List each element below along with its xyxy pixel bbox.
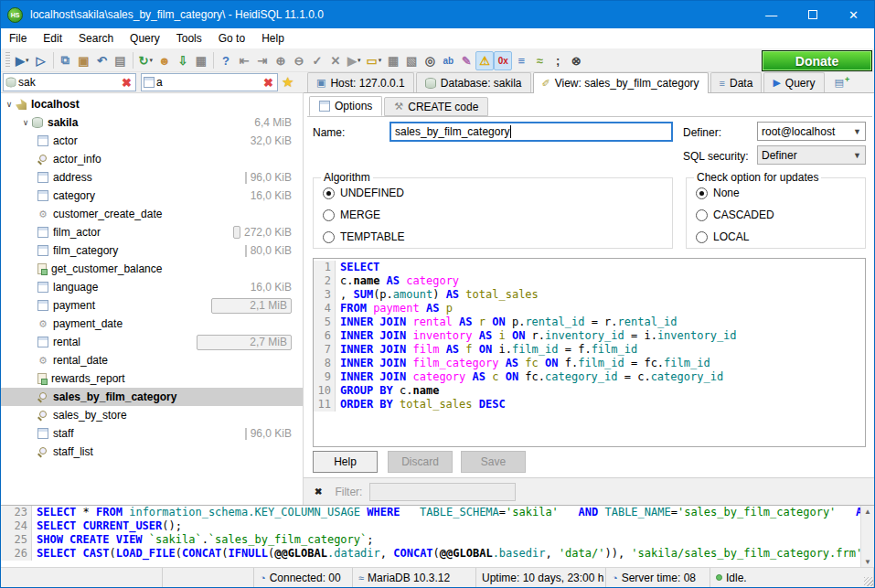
definer-select[interactable]: root@localhost ▼ — [757, 122, 866, 141]
reformat-sql-button[interactable]: ✎ — [457, 51, 475, 70]
subtab-create-code[interactable]: ⚒CREATE code — [384, 97, 488, 116]
tree-item-film_category[interactable]: film_category80,0 KiB — [1, 241, 303, 260]
session-manager-button[interactable]: ▶▾ — [13, 51, 32, 70]
refresh-button[interactable]: ↻▾ — [136, 51, 155, 70]
favorites-star-icon[interactable]: ★ — [282, 74, 293, 91]
query-warnings-toggle[interactable]: ⚠ — [475, 51, 494, 70]
bind-params-button[interactable]: ≈ — [530, 51, 549, 70]
new-query-tab-button[interactable]: ▤+ — [827, 72, 859, 92]
editor-filter-input[interactable] — [369, 483, 516, 501]
tree-item-sales_by_store[interactable]: sales_by_store — [1, 406, 303, 424]
next-row-button[interactable]: ≡ — [512, 51, 530, 70]
stop-button[interactable]: ⊗ — [567, 51, 585, 70]
insert-row-button[interactable]: ⊕ — [272, 51, 290, 70]
view-name-input[interactable]: sales_by_film_category — [389, 122, 673, 142]
post-changes-button[interactable]: ✓ — [308, 51, 326, 70]
save-button[interactable]: Save — [461, 451, 526, 473]
table-filter-input[interactable]: a — [155, 76, 261, 89]
log-scrollbar[interactable]: ▲ ▼ — [860, 506, 874, 568]
tree-item-payment_date[interactable]: ⚙payment_date — [1, 315, 303, 333]
resize-grip[interactable] — [864, 577, 873, 586]
discard-button[interactable]: Discard — [388, 451, 453, 473]
load-sql-file-button[interactable]: ▭▾ — [363, 51, 384, 70]
algorithm-radio-temptable[interactable]: TEMPTABLE — [323, 230, 672, 244]
menu-help[interactable]: Help — [253, 29, 293, 48]
last-record-button[interactable]: ⇥ — [253, 51, 272, 70]
algorithm-radio-undefined[interactable]: UNDEFINED — [323, 186, 672, 200]
tree-item-get_customer_balance[interactable]: get_customer_balance — [1, 260, 303, 278]
check-option-radio-cascaded[interactable]: CASCADED — [696, 208, 865, 222]
algorithm-radio-merge[interactable]: MERGE — [323, 208, 672, 222]
paste-button[interactable]: ▣ — [75, 51, 93, 70]
tree-item-staff_list[interactable]: staff_list — [1, 443, 303, 461]
close-filter-icon[interactable]: ✖ — [315, 486, 322, 497]
tree-item-sakila[interactable]: ∨sakila6,4 MiB — [1, 113, 303, 132]
tab-data[interactable]: ≡Data — [710, 72, 763, 92]
tab-database[interactable]: Database: sakila — [416, 72, 531, 92]
help-button[interactable]: Help — [313, 451, 378, 473]
first-record-button[interactable]: ⇤ — [235, 51, 253, 70]
view-select-code-editor[interactable]: 1SELECT2c.name AS category3, SUM(p.amoun… — [313, 258, 866, 447]
save-blob-button[interactable]: ▦ — [192, 51, 210, 70]
tree-item-sales_by_film_category[interactable]: sales_by_film_category — [1, 388, 303, 406]
menu-edit[interactable]: Edit — [35, 29, 70, 48]
tree-item-localhost[interactable]: ∨localhost — [1, 95, 303, 113]
sql-log-panel[interactable]: 23SELECT * FROM information_schema.KEY_C… — [1, 505, 875, 568]
menu-query[interactable]: Query — [122, 29, 168, 48]
tree-item-payment[interactable]: payment2,1 MiB — [1, 296, 303, 315]
find-text-button[interactable]: ◎ — [421, 51, 439, 70]
code-token: = r. — [584, 315, 617, 328]
help-button[interactable]: ? — [217, 51, 235, 70]
close-button[interactable]: ✕ — [833, 1, 874, 28]
tree-item-rental_date[interactable]: ⚙rental_date — [1, 351, 303, 369]
menu-tools[interactable]: Tools — [168, 29, 210, 48]
tree-item-actor[interactable]: actor32,0 KiB — [1, 132, 303, 150]
tree-item-language[interactable]: language16,0 KiB — [1, 278, 303, 296]
cancel-editing-button[interactable]: ✕ — [326, 51, 345, 70]
clear-table-filter-icon[interactable]: ✖ — [261, 76, 275, 90]
blob-as-hex-toggle[interactable]: 0x — [494, 51, 512, 70]
tree-item-actor_info[interactable]: actor_info — [1, 150, 303, 168]
tree-item-rewards_report[interactable]: rewards_report — [1, 369, 303, 388]
export-database-button[interactable]: ⇩ — [174, 51, 192, 70]
tree-item-address[interactable]: address96,0 KiB — [1, 168, 303, 187]
tree-item-rental[interactable]: rental2,7 MiB — [1, 333, 303, 351]
minimize-button[interactable]: — — [751, 1, 792, 28]
save-sql-button[interactable]: ▦ — [384, 51, 402, 70]
scroll-down-icon[interactable]: ▼ — [864, 558, 871, 566]
check-option-radio-none[interactable]: None — [696, 186, 865, 200]
menu-search[interactable]: Search — [70, 29, 122, 48]
clear-database-filter-icon[interactable]: ✖ — [120, 76, 133, 90]
subtab-options[interactable]: Options — [309, 96, 382, 116]
single-queries-button[interactable]: ; — [549, 51, 567, 70]
tab-host[interactable]: ▣Host: 127.0.0.1 — [307, 72, 414, 92]
run-query-button[interactable]: ▶▾ — [345, 51, 364, 70]
undo-button[interactable]: ↶ — [93, 51, 112, 70]
donate-button[interactable]: Donate — [762, 50, 872, 71]
menu-file[interactable]: File — [1, 29, 35, 48]
tree-item-film_actor[interactable]: film_actor272,0 KiB — [1, 223, 303, 241]
copy-button[interactable]: ⧉ — [57, 51, 75, 70]
tree-item-customer_create_date[interactable]: ⚙customer_create_date — [1, 205, 303, 223]
sql-security-select[interactable]: Definer ▼ — [757, 145, 866, 165]
tree-item-staff[interactable]: staff96,0 KiB — [1, 424, 303, 443]
tab-view[interactable]: ✐View: sales_by_film_category — [533, 72, 709, 93]
database-filter-input[interactable]: sak — [16, 76, 120, 89]
maximize-button[interactable] — [792, 1, 833, 28]
expander-icon[interactable]: ∨ — [5, 100, 14, 109]
tree-item-category[interactable]: category16,0 KiB — [1, 187, 303, 205]
expander-icon[interactable]: ∨ — [21, 118, 30, 127]
save-sql-as-button[interactable]: ▧ — [402, 51, 421, 70]
user-manager-button[interactable]: ☻ — [155, 51, 174, 70]
tab-query[interactable]: ▶Query — [763, 72, 824, 92]
new-connection-button[interactable]: ▷ — [32, 51, 50, 70]
menu-go-to[interactable]: Go to — [210, 29, 253, 48]
replace-text-button[interactable]: ab — [439, 51, 457, 70]
code-line: 6INNER JOIN inventory AS i ON r.inventor… — [314, 329, 865, 343]
delete-row-button[interactable]: ⊖ — [290, 51, 308, 70]
print-button[interactable]: ▤ — [112, 51, 130, 70]
scroll-up-icon[interactable]: ▲ — [864, 508, 871, 516]
toolbar-grip[interactable] — [5, 52, 10, 69]
check-option-radio-local[interactable]: LOCAL — [696, 230, 865, 244]
blob-as-hex-icon: 0x — [498, 56, 508, 66]
